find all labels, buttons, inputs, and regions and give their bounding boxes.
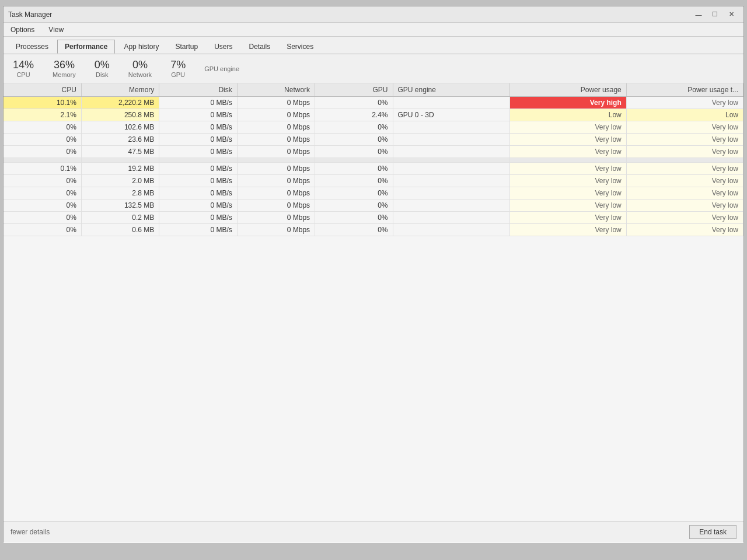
col-disk[interactable]: Disk [159,83,237,97]
process-table-container[interactable]: CPU Memory Disk Network GPU GPU engine P… [4,83,743,543]
col-memory[interactable]: Memory [81,83,159,97]
cell-cpu: 2.1% [4,109,81,121]
cell-memory: 2.8 MB [81,187,159,200]
cell-gpu: 0% [315,224,393,236]
cell-disk: 0 MB/s [159,146,237,158]
minimize-button[interactable]: — [691,9,706,20]
cell-cpu: 0% [4,134,81,146]
table-row[interactable]: 2.1%250.8 MB0 MB/s0 Mbps2.4%GPU 0 - 3DLo… [4,109,743,121]
cell-gpu-engine [393,134,509,146]
col-power-usage[interactable]: Power usage [509,83,626,97]
end-task-button[interactable]: End task [689,525,736,539]
menu-bar: Options View [4,23,743,37]
summary-memory: 36% Memory [53,59,76,78]
col-power-usage-trend[interactable]: Power usage t... [626,83,743,97]
cell-network: 0 Mbps [237,146,315,158]
summary-disk: 0% Disk [95,59,110,78]
menu-options[interactable]: Options [8,24,37,35]
table-row[interactable]: 0.1%19.2 MB0 MB/s0 Mbps0%Very lowVery lo… [4,163,743,175]
table-row[interactable]: 0%0.2 MB0 MB/s0 Mbps0%Very lowVery low [4,212,743,224]
window-title: Task Manager [8,10,52,19]
cell-cpu: 0% [4,212,81,224]
cell-gpu: 0% [315,134,393,146]
tab-processes[interactable]: Processes [8,40,56,54]
table-row[interactable]: 0%102.6 MB0 MB/s0 Mbps0%Very lowVery low [4,121,743,134]
cell-disk: 0 MB/s [159,175,237,187]
cell-power-usage-trend: Very low [626,224,743,236]
summary-cpu: 14% CPU [13,59,34,78]
process-table: CPU Memory Disk Network GPU GPU engine P… [4,83,743,236]
cell-disk: 0 MB/s [159,224,237,236]
cell-cpu: 0.1% [4,163,81,175]
table-row[interactable]: 10.1%2,220.2 MB0 MB/s0 Mbps0%Very highVe… [4,97,743,109]
footer-bar: fewer details End task [4,521,743,542]
cell-gpu: 2.4% [315,109,393,121]
col-cpu[interactable]: CPU [4,83,81,97]
network-value: 0% [132,59,148,71]
table-row[interactable]: 0%132.5 MB0 MB/s0 Mbps0%Very lowVery low [4,200,743,212]
close-button[interactable]: ✕ [724,9,739,20]
tab-app-history[interactable]: App history [116,40,166,54]
cell-network: 0 Mbps [237,109,315,121]
cell-gpu-engine [393,146,509,158]
cell-power-usage-trend: Very low [626,146,743,158]
cell-gpu-engine [393,121,509,134]
cell-power-usage-trend: Very low [626,212,743,224]
tab-startup[interactable]: Startup [167,40,205,54]
memory-value: 36% [54,59,75,71]
cell-cpu: 0% [4,146,81,158]
tab-users[interactable]: Users [207,40,240,54]
cell-gpu: 0% [315,146,393,158]
tab-details[interactable]: Details [241,40,278,54]
cell-gpu-engine [393,212,509,224]
cpu-label: CPU [16,71,30,78]
cell-cpu: 0% [4,175,81,187]
cell-gpu: 0% [315,175,393,187]
cell-memory: 250.8 MB [81,109,159,121]
cell-cpu: 0% [4,187,81,200]
menu-view[interactable]: View [46,24,66,35]
cell-power-usage: Very low [509,175,626,187]
cell-power-usage-trend: Very low [626,121,743,134]
cell-disk: 0 MB/s [159,163,237,175]
disk-value: 0% [95,59,110,71]
col-gpu-engine[interactable]: GPU engine [393,83,509,97]
tab-performance[interactable]: Performance [57,40,115,54]
col-gpu[interactable]: GPU [315,83,393,97]
table-row[interactable]: 0%2.0 MB0 MB/s0 Mbps0%Very lowVery low [4,175,743,187]
cell-gpu: 0% [315,200,393,212]
cell-gpu-engine [393,187,509,200]
table-row[interactable]: 0%2.8 MB0 MB/s0 Mbps0%Very lowVery low [4,187,743,200]
task-manager-window: Task Manager — ☐ ✕ Options View Processe… [3,6,744,542]
cell-power-usage: Very low [509,134,626,146]
cell-gpu: 0% [315,163,393,175]
gpu-engine-label: GPU engine [204,65,239,72]
cell-gpu-engine: GPU 0 - 3D [393,109,509,121]
cell-power-usage: Low [509,109,626,121]
cell-cpu: 0% [4,121,81,134]
col-network[interactable]: Network [237,83,315,97]
disk-label: Disk [96,71,108,78]
cell-network: 0 Mbps [237,187,315,200]
separator-row [4,158,743,163]
tab-services[interactable]: Services [279,40,321,54]
table-row[interactable]: 0%47.5 MB0 MB/s0 Mbps0%Very lowVery low [4,146,743,158]
cell-cpu: 0% [4,224,81,236]
cell-power-usage: Very low [509,121,626,134]
cell-disk: 0 MB/s [159,187,237,200]
cell-memory: 23.6 MB [81,134,159,146]
tabs-bar: Processes Performance App history Startu… [4,37,743,54]
cell-gpu-engine [393,175,509,187]
title-bar: Task Manager — ☐ ✕ [4,6,743,23]
cell-gpu: 0% [315,121,393,134]
cell-gpu-engine [393,200,509,212]
table-row[interactable]: 0%0.6 MB0 MB/s0 Mbps0%Very lowVery low [4,224,743,236]
cell-memory: 2,220.2 MB [81,97,159,109]
gpu-label: GPU [171,71,185,78]
maximize-button[interactable]: ☐ [707,9,722,20]
footer-details-link[interactable]: fewer details [11,528,50,536]
table-row[interactable]: 0%23.6 MB0 MB/s0 Mbps0%Very lowVery low [4,134,743,146]
cell-power-usage: Very low [509,212,626,224]
cell-memory: 0.6 MB [81,224,159,236]
cell-power-usage: Very low [509,224,626,236]
